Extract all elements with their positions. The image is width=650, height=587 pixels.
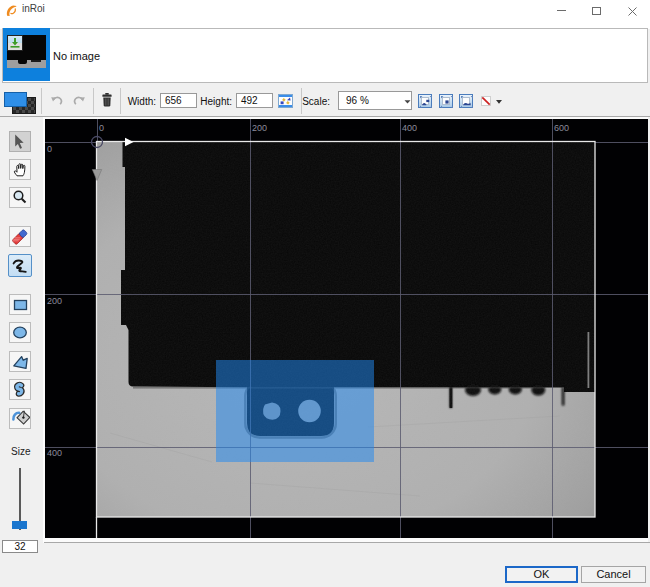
svg-text:0: 0 (47, 144, 52, 154)
svg-text:200: 200 (252, 123, 267, 133)
svg-text:0: 0 (99, 123, 104, 133)
svg-text:400: 400 (402, 123, 417, 133)
svg-text:600: 600 (554, 123, 569, 133)
svg-text:200: 200 (47, 296, 62, 306)
svg-text:400: 400 (47, 448, 62, 458)
